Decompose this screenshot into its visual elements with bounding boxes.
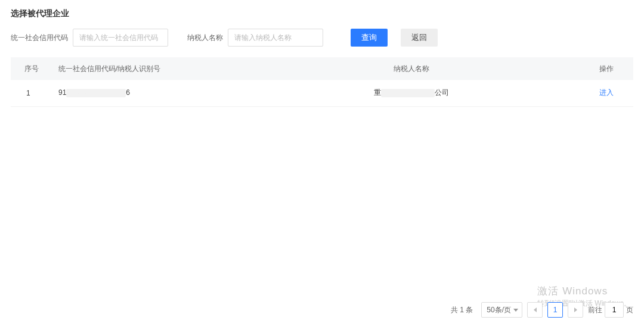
masked-segment: xxxxxxxx [381, 89, 435, 97]
chevron-left-icon [534, 307, 537, 312]
next-page-button[interactable] [568, 302, 583, 318]
back-button[interactable]: 返回 [401, 29, 438, 47]
page-size-label: 50条/页 [487, 305, 511, 315]
chevron-down-icon [513, 309, 518, 312]
filter-code-label: 统一社会信用代码 [11, 33, 68, 43]
filter-row: 统一社会信用代码 纳税人名称 查询 返回 [11, 29, 633, 47]
prev-page-button[interactable] [527, 302, 543, 318]
search-button[interactable]: 查询 [351, 29, 388, 47]
th-op: 操作 [580, 57, 633, 80]
filter-code-input[interactable] [73, 29, 168, 47]
cell-op: 进入 [580, 80, 633, 106]
code-suffix: 6 [126, 88, 130, 97]
pagination-total: 共 1 条 [451, 305, 473, 315]
cell-seq: 1 [11, 80, 52, 106]
filter-name-input[interactable] [228, 29, 323, 47]
cell-code: 91xxxxxxxxxx6 [52, 80, 243, 106]
name-prefix: 重 [374, 88, 381, 97]
enter-link[interactable]: 进入 [599, 88, 614, 97]
chevron-right-icon [574, 307, 577, 312]
filter-name-label: 纳税人名称 [187, 33, 223, 43]
table-row: 1 91xxxxxxxxxx6 重xxxxxxxx公司 进入 [11, 80, 633, 106]
masked-segment: xxxxxxxxxx [66, 89, 126, 97]
th-name: 纳税人名称 [243, 57, 580, 80]
page-title: 选择被代理企业 [11, 8, 633, 19]
cell-name: 重xxxxxxxx公司 [243, 80, 580, 106]
jump-suffix: 页 [626, 305, 633, 315]
page-size-select[interactable]: 50条/页 [481, 302, 522, 318]
jump-to-page: 前往 页 [588, 302, 633, 318]
jump-input[interactable] [605, 302, 624, 318]
code-prefix: 91 [58, 88, 66, 97]
jump-prefix: 前往 [588, 305, 602, 315]
results-table: 序号 统一社会信用代码/纳税人识别号 纳税人名称 操作 1 91xxxxxxxx… [11, 57, 633, 107]
page-number-1[interactable]: 1 [547, 302, 563, 318]
watermark-main: 激活 Windows [537, 285, 631, 299]
th-seq: 序号 [11, 57, 52, 80]
name-suffix: 公司 [435, 88, 449, 97]
pagination: 共 1 条 50条/页 1 前往 页 [451, 302, 633, 318]
th-code: 统一社会信用代码/纳税人识别号 [52, 57, 243, 80]
